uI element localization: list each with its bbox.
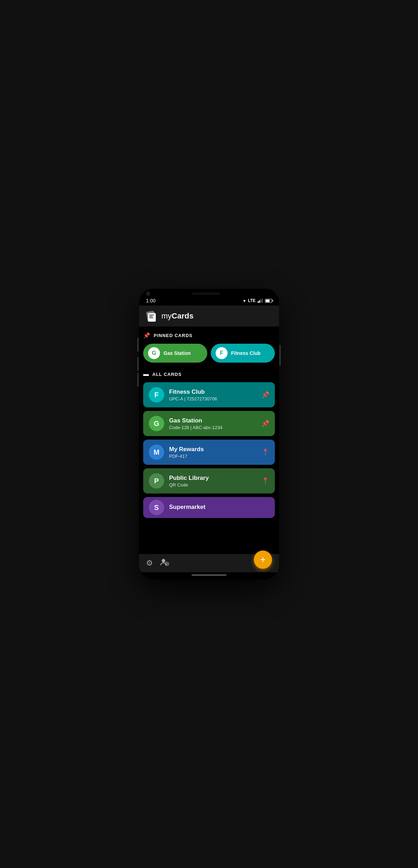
main-content: 📌 PINNED CARDS G Gas Station F Fitness C… xyxy=(139,327,279,554)
account-settings-button[interactable] xyxy=(160,558,169,569)
app-title: myCards xyxy=(161,312,194,321)
status-icons: ▾ LTE xyxy=(243,298,272,303)
pin-section-icon: 📌 xyxy=(143,332,150,339)
svg-point-6 xyxy=(162,559,165,562)
card-item-supermarket[interactable]: S Supermarket xyxy=(143,497,275,518)
pinned-section-header: 📌 PINNED CARDS xyxy=(143,332,275,339)
home-bar xyxy=(191,574,227,576)
signal-icon xyxy=(258,299,263,303)
card-item-fitness-club[interactable]: F Fitness Club UPC-A | 725272730706 📌 xyxy=(143,382,275,407)
pinned-label-fitness-club: Fitness Club xyxy=(231,350,260,356)
bottom-nav: ⚙ + xyxy=(139,554,279,572)
card-info-fitness-club: Fitness Club UPC-A | 725272730706 xyxy=(169,388,257,401)
pinned-cards-row: G Gas Station F Fitness Club xyxy=(143,344,275,363)
svg-rect-5 xyxy=(149,317,153,318)
card-info-gas-station: Gas Station Code-128 | ABC-abc-1234 xyxy=(169,417,257,430)
app-logo xyxy=(145,310,157,322)
lte-icon: LTE xyxy=(248,298,256,303)
card-detail-fitness-club: UPC-A | 725272730706 xyxy=(169,396,257,401)
pinned-avatar-g: G xyxy=(148,347,160,359)
card-detail-gas-station: Code-128 | ABC-abc-1234 xyxy=(169,425,257,430)
camera-dot xyxy=(146,292,150,296)
settings-button[interactable]: ⚙ xyxy=(146,559,153,568)
card-detail-public-library: QR Code xyxy=(169,482,257,488)
notch-bar xyxy=(139,289,279,297)
add-card-button[interactable]: + xyxy=(254,551,272,569)
cards-list: F Fitness Club UPC-A | 725272730706 📌 G … xyxy=(143,382,275,518)
card-item-gas-station[interactable]: G Gas Station Code-128 | ABC-abc-1234 📌 xyxy=(143,411,275,436)
card-info-my-rewards: My Rewards PDF-417 xyxy=(169,446,257,459)
app-title-cards: Cards xyxy=(172,312,193,320)
card-avatar-my-rewards: M xyxy=(149,444,164,460)
pin-icon-gas-station[interactable]: 📌 xyxy=(262,420,269,427)
all-cards-section-title: ALL CARDS xyxy=(152,372,182,377)
card-name-public-library: Public Library xyxy=(169,475,257,482)
app-header: myCards xyxy=(139,306,279,327)
pinned-avatar-f: F xyxy=(216,347,228,359)
camera-area xyxy=(146,292,150,296)
wifi-icon: ▾ xyxy=(243,298,246,303)
card-avatar-supermarket: S xyxy=(149,500,164,515)
pinned-section-title: PINNED CARDS xyxy=(154,333,193,338)
card-detail-my-rewards: PDF-417 xyxy=(169,454,257,459)
battery-fill xyxy=(266,300,270,302)
card-section-icon: ▬ xyxy=(143,371,149,377)
pin-icon-fitness-club[interactable]: 📌 xyxy=(262,391,269,399)
phone-frame: 1:00 ▾ LTE xyxy=(139,289,279,579)
card-item-my-rewards[interactable]: M My Rewards PDF-417 📍 xyxy=(143,440,275,465)
pinned-label-gas-station: Gas Station xyxy=(163,350,191,356)
phone-screen: 1:00 ▾ LTE xyxy=(139,289,279,579)
pin-icon-public-library[interactable]: 📍 xyxy=(262,477,269,485)
battery-icon xyxy=(265,299,272,303)
card-info-supermarket: Supermarket xyxy=(169,504,269,511)
all-cards-section-header: ▬ ALL CARDS xyxy=(143,371,275,377)
pinned-card-gas-station[interactable]: G Gas Station xyxy=(143,344,207,363)
svg-rect-4 xyxy=(149,316,153,317)
card-name-my-rewards: My Rewards xyxy=(169,446,257,453)
card-avatar-public-library: P xyxy=(149,473,164,489)
status-bar: 1:00 ▾ LTE xyxy=(139,297,279,306)
card-avatar-fitness-club: F xyxy=(149,387,164,402)
status-time: 1:00 xyxy=(146,298,155,303)
card-info-public-library: Public Library QR Code xyxy=(169,475,257,488)
home-indicator xyxy=(139,572,279,579)
speaker-bar xyxy=(192,293,220,295)
nav-left: ⚙ xyxy=(146,558,169,569)
card-name-gas-station: Gas Station xyxy=(169,417,257,424)
card-name-fitness-club: Fitness Club xyxy=(169,388,257,396)
pinned-card-fitness-club[interactable]: F Fitness Club xyxy=(211,344,275,363)
pin-icon-my-rewards[interactable]: 📍 xyxy=(262,448,269,456)
card-avatar-gas-station: G xyxy=(149,416,164,431)
svg-rect-3 xyxy=(149,315,154,315)
card-item-public-library[interactable]: P Public Library QR Code 📍 xyxy=(143,468,275,493)
card-name-supermarket: Supermarket xyxy=(169,504,269,511)
app-title-my: my xyxy=(161,312,172,320)
